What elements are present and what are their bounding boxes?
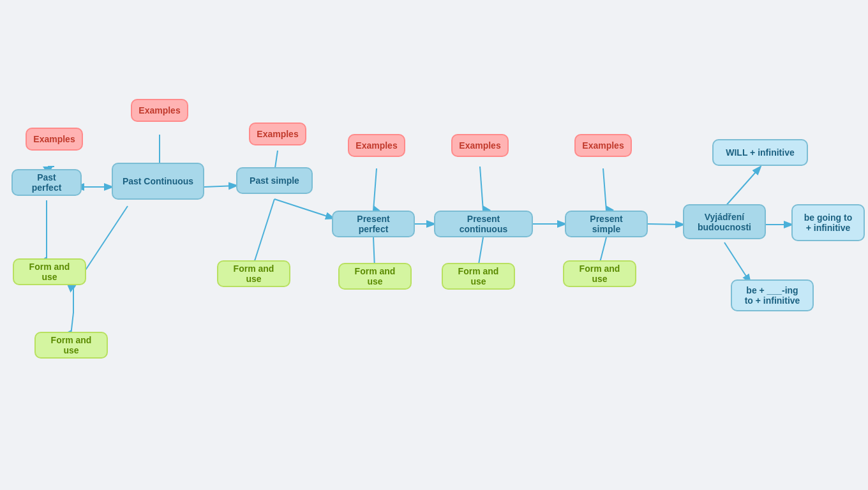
- examples-present-continuous-node[interactable]: Examples: [451, 134, 509, 157]
- past-perfect-node[interactable]: Past perfect: [11, 169, 82, 196]
- past-simple-node[interactable]: Past simple: [236, 167, 313, 194]
- form-use-present-simple-node[interactable]: Form and use: [563, 260, 636, 287]
- past-continuous-node[interactable]: Past Continuous: [112, 163, 204, 200]
- svg-line-14: [480, 167, 483, 211]
- form-use-present-perfect-node[interactable]: Form and use: [338, 263, 412, 290]
- svg-line-2: [274, 199, 333, 218]
- svg-line-8: [724, 242, 750, 282]
- examples-present-simple-node[interactable]: Examples: [574, 134, 632, 157]
- svg-line-13: [373, 168, 377, 211]
- examples-past-perfect-node[interactable]: Examples: [26, 128, 83, 151]
- examples-past-simple-node[interactable]: Examples: [249, 122, 306, 145]
- examples-present-perfect-node[interactable]: Examples: [348, 134, 405, 157]
- be-going-to-node[interactable]: be going to + infinitive: [791, 204, 865, 241]
- present-simple-node[interactable]: Present simple: [565, 211, 648, 237]
- connections-svg: [0, 0, 868, 490]
- svg-line-6: [724, 167, 760, 207]
- form-use-past-perfect1-node[interactable]: Form and use: [13, 258, 86, 285]
- svg-line-5: [648, 224, 683, 225]
- form-use-present-continuous-node[interactable]: Form and use: [442, 263, 515, 290]
- vyjadřeni-node[interactable]: Vyjádření budoucnosti: [683, 204, 766, 239]
- svg-line-15: [603, 168, 606, 211]
- will-infinitive-node[interactable]: WILL + infinitive: [712, 139, 808, 166]
- be-ing-node[interactable]: be + ___-ing to + infinitive: [731, 279, 814, 311]
- present-perfect-node[interactable]: Present perfect: [332, 211, 415, 237]
- svg-line-20: [253, 199, 274, 265]
- form-use-past-perfect2-node[interactable]: Form and use: [34, 332, 108, 359]
- form-use-past-simple-node[interactable]: Form and use: [217, 260, 290, 287]
- present-continuous-node[interactable]: Present continuous: [434, 211, 533, 237]
- svg-line-1: [204, 186, 236, 187]
- mind-map-canvas: Past perfect Past Continuous Past simple…: [0, 0, 868, 490]
- examples-past-continuous-node[interactable]: Examples: [131, 99, 188, 122]
